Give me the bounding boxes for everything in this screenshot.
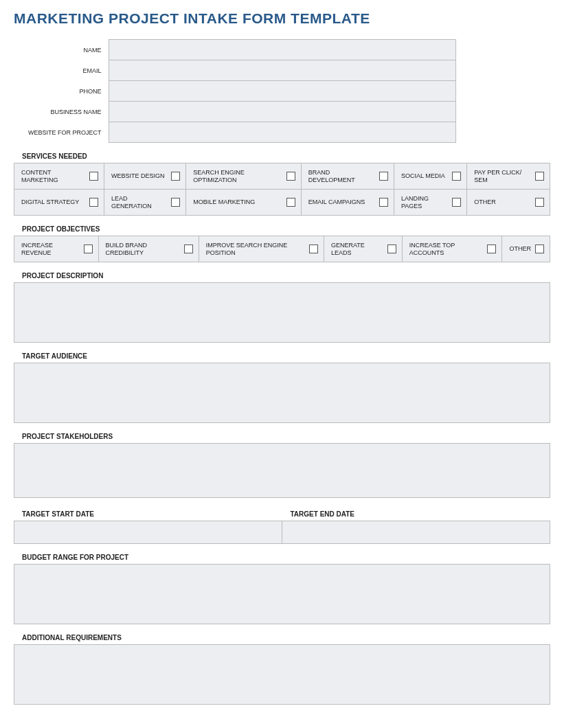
page-title: MARKETING PROJECT INTAKE FORM TEMPLATE xyxy=(14,10,550,27)
checkbox[interactable] xyxy=(84,244,93,253)
service-label: SEARCH ENGINE OPTIMIZATION xyxy=(193,169,282,184)
start-date-title: TARGET START DATE xyxy=(22,510,282,518)
objective-label: IMPROVE SEARCH ENGINE POSITION xyxy=(206,242,305,257)
email-label: EMAIL xyxy=(14,60,109,81)
services-grid: CONTENT MARKETING WEBSITE DESIGN SEARCH … xyxy=(14,163,550,216)
stakeholders-field[interactable] xyxy=(14,443,550,498)
objectives-grid: INCREASE REVENUE BUILD BRAND CREDIBILITY… xyxy=(14,236,550,262)
service-label: EMAIL CAMPAIGNS xyxy=(308,198,375,206)
additional-field[interactable] xyxy=(14,644,550,705)
audience-title: TARGET AUDIENCE xyxy=(22,352,550,360)
checkbox[interactable] xyxy=(379,172,388,181)
business-field[interactable] xyxy=(109,102,455,122)
checkbox[interactable] xyxy=(184,244,193,253)
additional-title: ADDITIONAL REQUIREMENTS xyxy=(22,634,550,641)
service-label: MOBILE MARKETING xyxy=(193,198,282,206)
start-date-field[interactable] xyxy=(14,521,282,544)
service-label: DIGITAL STRATEGY xyxy=(21,198,85,206)
end-date-title: TARGET END DATE xyxy=(291,510,551,518)
objective-label: GENERATE LEADS xyxy=(331,242,383,257)
website-field[interactable] xyxy=(109,122,455,143)
budget-title: BUDGET RANGE FOR PROJECT xyxy=(22,554,550,561)
audience-field[interactable] xyxy=(14,363,550,423)
objective-label: INCREASE TOP ACCOUNTS xyxy=(409,242,484,257)
name-label: NAME xyxy=(14,40,109,60)
service-label: PAY PER CLICK/ SEM xyxy=(474,169,531,184)
service-label: LANDING PAGES xyxy=(401,195,448,210)
checkbox[interactable] xyxy=(452,172,461,181)
checkbox[interactable] xyxy=(286,172,295,181)
description-field[interactable] xyxy=(14,282,550,343)
service-label: SOCIAL MEDIA xyxy=(401,172,448,180)
website-label: WEBSITE FOR PROJECT xyxy=(14,122,109,143)
objective-label: OTHER xyxy=(509,245,531,253)
checkbox[interactable] xyxy=(535,198,544,207)
name-field[interactable] xyxy=(109,40,455,60)
service-label: OTHER xyxy=(474,198,531,206)
service-label: CONTENT MARKETING xyxy=(21,169,85,184)
checkbox[interactable] xyxy=(309,244,318,253)
objective-label: BUILD BRAND CREDIBILITY xyxy=(106,242,180,257)
service-label: LEAD GENERATION xyxy=(111,195,167,210)
checkbox[interactable] xyxy=(535,244,544,253)
end-date-field[interactable] xyxy=(282,521,551,544)
objectives-title: PROJECT OBJECTIVES xyxy=(22,225,550,233)
objective-label: INCREASE REVENUE xyxy=(21,242,80,257)
checkbox[interactable] xyxy=(89,198,98,207)
description-title: PROJECT DESCRIPTION xyxy=(22,272,550,280)
checkbox[interactable] xyxy=(286,198,295,207)
checkbox[interactable] xyxy=(452,198,461,207)
service-label: WEBSITE DESIGN xyxy=(111,172,167,180)
phone-label: PHONE xyxy=(14,81,109,102)
contact-table: NAME EMAIL PHONE BUSINESS NAME WEBSITE F… xyxy=(14,39,550,143)
checkbox[interactable] xyxy=(89,172,98,181)
business-label: BUSINESS NAME xyxy=(14,102,109,122)
checkbox[interactable] xyxy=(379,198,388,207)
services-title: SERVICES NEEDED xyxy=(22,152,550,160)
email-field[interactable] xyxy=(109,60,455,81)
checkbox[interactable] xyxy=(487,244,496,253)
checkbox[interactable] xyxy=(387,244,396,253)
checkbox[interactable] xyxy=(171,198,180,207)
stakeholders-title: PROJECT STAKEHOLDERS xyxy=(22,433,550,440)
phone-field[interactable] xyxy=(109,81,455,102)
checkbox[interactable] xyxy=(171,172,180,181)
budget-field[interactable] xyxy=(14,564,550,624)
checkbox[interactable] xyxy=(535,172,544,181)
service-label: BRAND DEVELOPMENT xyxy=(308,169,375,184)
